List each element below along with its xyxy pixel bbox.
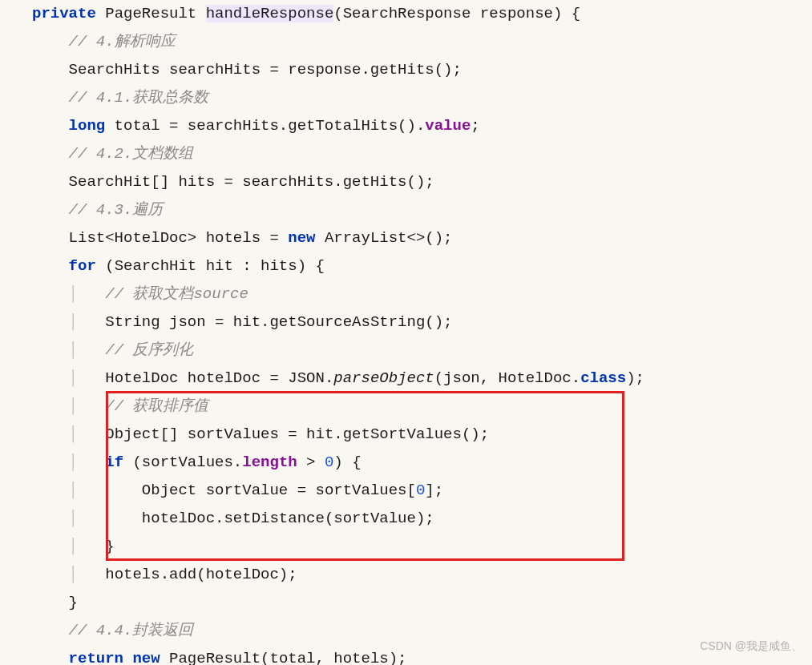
- comment: // 4.4.封装返回: [69, 622, 194, 639]
- keyword-for: for: [69, 257, 96, 275]
- code-text: hotelDoc.setDistance(sortValue);: [142, 510, 434, 527]
- code-text: (sortValues.: [123, 453, 242, 471]
- code-text: );: [626, 369, 644, 387]
- code-block: private PageResult handleResponse(Search…: [0, 0, 812, 665]
- number-zero: 0: [325, 453, 333, 471]
- code-text: hotels.add(hotelDoc);: [105, 566, 297, 583]
- code-line: List<HotelDoc> hotels = new ArrayList<>(…: [69, 229, 453, 247]
- code-text: total = searchHits.getTotalHits().: [105, 117, 425, 135]
- keyword-long: long: [69, 117, 106, 135]
- code-text: String json = hit.getSourceAsString();: [105, 313, 452, 331]
- code-line: return new PageResult(total, hotels);: [69, 650, 407, 665]
- code-text: >: [297, 453, 325, 471]
- keyword-new: new: [288, 229, 315, 247]
- comment: // 4.2.文档数组: [69, 145, 194, 163]
- keyword-return: return: [69, 650, 123, 665]
- brace: }: [105, 538, 114, 555]
- code-line: HotelDoc hotelDoc = JSON.parseObject(jso…: [105, 369, 644, 387]
- keyword-if: if: [105, 453, 123, 471]
- code-text: (SearchHit hit : hits) {: [96, 257, 325, 275]
- code-text: PageResult(total, hotels);: [160, 650, 407, 665]
- code-text: ];: [425, 482, 443, 499]
- keyword-class: class: [580, 369, 626, 387]
- comment: // 获取排序值: [105, 397, 208, 415]
- code-line: for (SearchHit hit : hits) {: [69, 257, 325, 275]
- keyword-private: private: [32, 5, 96, 22]
- code-line: private PageResult handleResponse(Search…: [32, 5, 580, 22]
- keyword-new: new: [132, 650, 160, 665]
- code-text: List<HotelDoc> hotels =: [69, 229, 289, 247]
- method-italic: parseObject: [333, 369, 434, 387]
- code-line: Object sortValue = sortValues[0];: [142, 482, 443, 499]
- code-text: SearchHit[] hits = searchHits.getHits();: [69, 173, 434, 191]
- comment: // 反序列化: [105, 341, 193, 359]
- code-text: ) {: [333, 453, 361, 471]
- number-zero: 0: [416, 482, 425, 499]
- code-text: HotelDoc hotelDoc = JSON.: [105, 369, 333, 387]
- code-text: Object sortValue = sortValues[: [142, 482, 416, 499]
- code-line: if (sortValues.length > 0) {: [105, 453, 361, 471]
- code-text: ArrayList<>();: [315, 229, 452, 247]
- type: PageResult: [105, 5, 205, 22]
- semicolon: ;: [471, 117, 479, 135]
- code-line: long total = searchHits.getTotalHits().v…: [69, 117, 480, 135]
- comment: // 获取文档source: [105, 285, 248, 303]
- code-text: SearchHits searchHits = response.getHits…: [69, 61, 462, 79]
- brace: }: [69, 594, 78, 611]
- field-length: length: [242, 453, 297, 471]
- space: [123, 650, 132, 665]
- comment: // 4.3.遍历: [69, 201, 164, 219]
- comment: // 4.1.获取总条数: [69, 89, 209, 107]
- params: (SearchResponse response) {: [333, 5, 580, 22]
- comment: // 4.解析响应: [69, 33, 176, 50]
- field-value: value: [425, 117, 471, 135]
- method-name-highlight: handleResponse: [206, 5, 334, 22]
- code-text: (json, HotelDoc.: [434, 369, 580, 387]
- code-text: Object[] sortValues = hit.getSortValues(…: [105, 425, 489, 443]
